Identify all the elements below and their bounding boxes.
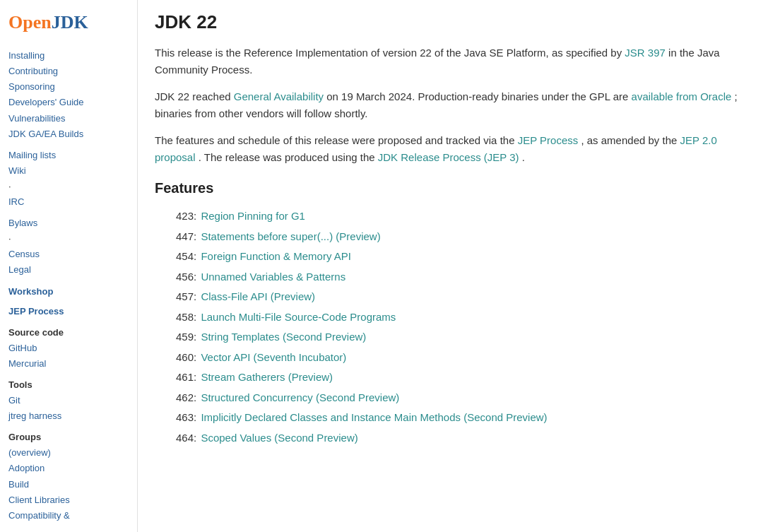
separator2: · bbox=[8, 233, 11, 244]
feature-link[interactable]: Class-File API (Preview) bbox=[201, 290, 315, 302]
sidebar-source-code-header: Source code bbox=[8, 325, 129, 341]
ga-link[interactable]: General Availability bbox=[234, 90, 324, 102]
sidebar-sponsoring[interactable]: Sponsoring bbox=[8, 79, 129, 95]
feature-item: 462: Structured Concurrency (Second Prev… bbox=[176, 388, 743, 408]
feature-item: 457: Class-File API (Preview) bbox=[176, 287, 743, 307]
intro-paragraph-1: This release is the Reference Implementa… bbox=[155, 45, 743, 78]
feature-item: 454: Foreign Function & Memory API bbox=[176, 247, 743, 267]
intro-paragraph-3: The features and schedule of this releas… bbox=[155, 132, 743, 166]
sidebar-github[interactable]: GitHub bbox=[8, 341, 129, 356]
sidebar-tools-header: Tools bbox=[8, 377, 129, 393]
sidebar-developers-guide[interactable]: Developers' Guide bbox=[8, 95, 129, 110]
feature-num: 457: bbox=[176, 290, 196, 302]
sidebar-groups-header: Groups bbox=[8, 430, 129, 445]
feature-link[interactable]: Structured Concurrency (Second Preview) bbox=[201, 391, 399, 403]
sidebar-legal[interactable]: Legal bbox=[8, 262, 129, 278]
feature-item: 461: Stream Gatherers (Preview) bbox=[176, 367, 743, 388]
sidebar-compatibility[interactable]: Compatibility & bbox=[8, 508, 129, 524]
logo-open: Open bbox=[8, 12, 52, 32]
feature-num: 423: bbox=[176, 210, 196, 222]
feature-link[interactable]: Implicitly Declared Classes and Instance… bbox=[201, 411, 547, 423]
sidebar-groups-overview[interactable]: (overview) bbox=[8, 445, 129, 461]
intro-paragraph-2: JDK 22 reached General Availability on 1… bbox=[155, 88, 743, 122]
feature-item: 456: Unnamed Variables & Patterns bbox=[176, 267, 743, 288]
feature-item: 459: String Templates (Second Preview) bbox=[176, 327, 743, 348]
sidebar-contributing[interactable]: Contributing bbox=[8, 64, 129, 79]
sidebar-bylaws[interactable]: Bylaws bbox=[8, 215, 129, 231]
sidebar-irc[interactable]: IRC bbox=[8, 194, 129, 210]
feature-num: 447: bbox=[176, 230, 196, 242]
feature-num: 459: bbox=[176, 331, 196, 343]
feature-item: 460: Vector API (Seventh Incubator) bbox=[176, 348, 743, 368]
feature-num: 456: bbox=[176, 271, 196, 283]
feature-num: 461: bbox=[176, 371, 196, 383]
sidebar-jep-process[interactable]: JEP Process bbox=[8, 304, 129, 319]
sidebar-jdk-builds[interactable]: JDK GA/EA Builds bbox=[8, 126, 129, 142]
feature-item: 458: Launch Multi-File Source-Code Progr… bbox=[176, 307, 743, 328]
main-content: JDK 22 This release is the Reference Imp… bbox=[138, 0, 759, 532]
sidebar-client-libraries[interactable]: Client Libraries bbox=[8, 492, 129, 508]
feature-num: 463: bbox=[176, 411, 196, 423]
oracle-link[interactable]: available from Oracle bbox=[632, 90, 732, 102]
feature-num: 460: bbox=[176, 351, 196, 363]
feature-link[interactable]: Foreign Function & Memory API bbox=[201, 250, 351, 262]
feature-link[interactable]: Vector API (Seventh Incubator) bbox=[201, 351, 346, 363]
feature-link[interactable]: Scoped Values (Second Preview) bbox=[201, 432, 357, 444]
feature-link[interactable]: Unnamed Variables & Patterns bbox=[201, 271, 345, 283]
features-heading: Features bbox=[155, 180, 743, 196]
sidebar-git[interactable]: Git bbox=[8, 393, 129, 408]
sidebar-wiki-irc: Wiki · IRC bbox=[8, 163, 129, 210]
sidebar-census[interactable]: Census bbox=[8, 247, 129, 262]
feature-num: 462: bbox=[176, 391, 196, 403]
sidebar-bylaws-census: Bylaws · Census bbox=[8, 215, 129, 262]
sidebar-mailing-lists[interactable]: Mailing lists bbox=[8, 148, 129, 163]
sidebar-adoption[interactable]: Adoption bbox=[8, 461, 129, 476]
jep3-link[interactable]: JDK Release Process (JEP 3) bbox=[378, 151, 519, 163]
logo-jdk: JDK bbox=[52, 12, 88, 32]
feature-link[interactable]: Stream Gatherers (Preview) bbox=[201, 371, 333, 383]
page-title: JDK 22 bbox=[155, 11, 743, 33]
sidebar-installing[interactable]: Installing bbox=[8, 48, 129, 64]
feature-num: 458: bbox=[176, 311, 196, 323]
feature-num: 464: bbox=[176, 432, 196, 444]
sidebar: OpenJDK Installing Contributing Sponsori… bbox=[0, 0, 138, 532]
sidebar-build[interactable]: Build bbox=[8, 477, 129, 492]
jep-process-link[interactable]: JEP Process bbox=[518, 134, 579, 146]
sidebar-workshop[interactable]: Workshop bbox=[8, 284, 129, 300]
feature-item: 464: Scoped Values (Second Preview) bbox=[176, 428, 743, 449]
feature-item: 423: Region Pinning for G1 bbox=[176, 206, 743, 227]
logo: OpenJDK bbox=[8, 7, 129, 38]
feature-num: 454: bbox=[176, 250, 196, 262]
sidebar-wiki[interactable]: Wiki bbox=[8, 163, 129, 179]
jsr-link[interactable]: JSR 397 bbox=[625, 47, 666, 59]
sidebar-jtreg[interactable]: jtreg harness bbox=[8, 408, 129, 424]
feature-link[interactable]: Statements before super(...) (Preview) bbox=[201, 230, 380, 242]
feature-link[interactable]: Region Pinning for G1 bbox=[201, 210, 305, 222]
sidebar-vulnerabilities[interactable]: Vulnerabilities bbox=[8, 111, 129, 126]
feature-link[interactable]: Launch Multi-File Source-Code Programs bbox=[201, 311, 396, 323]
feature-item: 463: Implicitly Declared Classes and Ins… bbox=[176, 408, 743, 428]
sidebar-mercurial[interactable]: Mercurial bbox=[8, 356, 129, 372]
features-list: 423: Region Pinning for G1447: Statement… bbox=[155, 206, 743, 448]
feature-item: 447: Statements before super(...) (Previ… bbox=[176, 227, 743, 247]
feature-link[interactable]: String Templates (Second Preview) bbox=[201, 331, 366, 343]
separator: · bbox=[8, 181, 11, 191]
